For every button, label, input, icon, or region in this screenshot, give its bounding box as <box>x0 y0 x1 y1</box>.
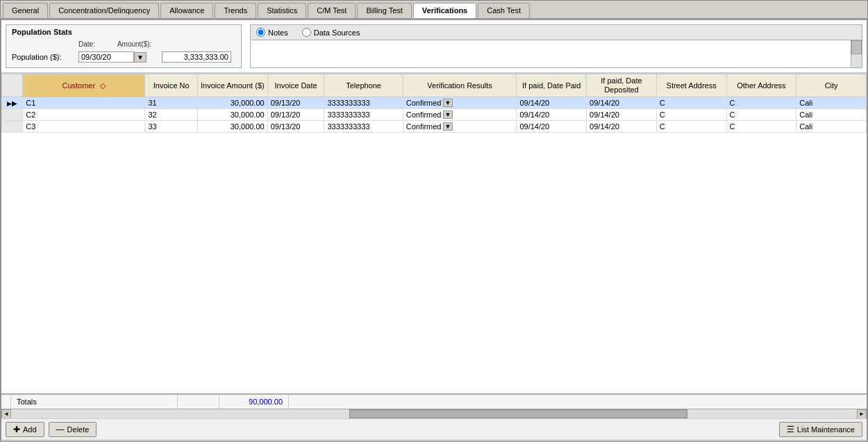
city-cell: Cali <box>796 109 867 121</box>
population-label: Population ($): <box>12 53 74 61</box>
telephone-cell: 3333333333 <box>324 121 403 133</box>
city-header[interactable]: City <box>796 74 867 97</box>
other_address-cell: C <box>726 97 796 109</box>
row-indicator-header <box>2 74 23 97</box>
verification-dropdown-button[interactable]: ▼ <box>443 122 453 131</box>
amount-label: Amount($): <box>117 40 151 48</box>
invoice-no-header[interactable]: Invoice No <box>145 74 198 97</box>
if_paid_date_deposited-cell: 09/14/20 <box>587 121 657 133</box>
verification-results-cell: Confirmed▼ <box>403 109 517 121</box>
tab-general[interactable]: General <box>3 3 48 18</box>
list-maintenance-button[interactable]: ☰ List Maintenance <box>779 422 862 437</box>
customer-header[interactable]: Customer ◇ <box>23 74 145 97</box>
date-col-header: Date: <box>78 40 95 49</box>
other_address-cell: C <box>726 121 796 133</box>
data-sources-radio[interactable] <box>302 28 311 37</box>
list-maintenance-icon: ☰ <box>787 425 794 434</box>
population-stats-title: Population Stats <box>12 28 235 36</box>
street_address-cell: C <box>656 109 726 121</box>
verification-results-cell: Confirmed▼ <box>403 97 517 109</box>
totals-value: 90,000.00 <box>219 395 289 409</box>
totals-row: Totals 90,000.00 <box>1 393 867 409</box>
if_paid_date_deposited-cell: 09/14/20 <box>587 97 657 109</box>
add-icon: ✚ <box>13 425 20 434</box>
top-section: Population Stats Date: Amount($): Popula… <box>1 20 867 73</box>
invoice_date-cell: 09/13/20 <box>267 121 324 133</box>
delete-button[interactable]: — Delete <box>49 422 97 437</box>
invoice-amount-header[interactable]: Invoice Amount ($) <box>197 74 267 97</box>
if_paid_date_paid-cell: 09/14/20 <box>517 121 587 133</box>
city-cell: Cali <box>796 97 867 109</box>
tab-statistics[interactable]: Statistics <box>258 3 306 18</box>
table-wrapper[interactable]: Customer ◇ Invoice No Invoice Amount ($)… <box>1 74 867 393</box>
other_address-cell: C <box>726 109 796 121</box>
table-row[interactable]: C33330,000.0009/13/203333333333Confirmed… <box>2 121 867 133</box>
delete-label: Delete <box>67 425 90 434</box>
street-address-header[interactable]: Street Address <box>656 74 726 97</box>
main-content: Population Stats Date: Amount($): Popula… <box>1 19 867 441</box>
tab-cash-test[interactable]: Cash Test <box>478 3 530 18</box>
if_paid_date_deposited-cell: 09/14/20 <box>587 109 657 121</box>
notes-textarea[interactable] <box>251 40 851 67</box>
invoice_date-cell: 09/13/20 <box>267 97 324 109</box>
tab-concentration[interactable]: Concentration/Delinquency <box>49 3 159 18</box>
tab-allowance[interactable]: Allowance <box>160 3 213 18</box>
notes-scrollbar[interactable] <box>851 40 862 67</box>
invoice_amount-cell: 30,000.00 <box>197 121 267 133</box>
if_paid_date_paid-cell: 09/14/20 <box>517 109 587 121</box>
if-paid-date-paid-header[interactable]: If paid, Date Paid <box>517 74 587 97</box>
amount-col-header: Amount($): <box>117 40 151 49</box>
totals-label: Totals <box>11 395 178 409</box>
scroll-left-button[interactable]: ◄ <box>1 409 11 419</box>
notes-label: Notes <box>268 28 288 37</box>
table-body: ▶C13130,000.0009/13/203333333333Confirme… <box>2 97 867 133</box>
scroll-track[interactable] <box>11 409 857 418</box>
date-picker-button[interactable]: ▼ <box>134 52 147 63</box>
telephone-header[interactable]: Telephone <box>324 74 403 97</box>
list-maintenance-label: List Maintenance <box>797 425 855 434</box>
footer-bar: ✚ Add — Delete ☰ List Maintenance <box>1 418 867 440</box>
invoice_no-cell: 33 <box>145 121 198 133</box>
if_paid_date_paid-cell: 09/14/20 <box>517 97 587 109</box>
scroll-right-button[interactable]: ► <box>857 409 867 419</box>
street_address-cell: C <box>656 121 726 133</box>
verification-results-cell: Confirmed▼ <box>403 121 517 133</box>
customer-cell: C1 <box>23 97 145 109</box>
invoice-date-header[interactable]: Invoice Date <box>267 74 324 97</box>
amount-input[interactable] <box>162 51 231 63</box>
invoice_amount-cell: 30,000.00 <box>197 97 267 109</box>
invoice_date-cell: 09/13/20 <box>267 109 324 121</box>
table-row[interactable]: ▶C13130,000.0009/13/203333333333Confirme… <box>2 97 867 109</box>
data-sources-label: Data Sources <box>314 28 360 37</box>
row-indicator-cell <box>2 109 23 121</box>
table-row[interactable]: C23230,000.0009/13/203333333333Confirmed… <box>2 109 867 121</box>
invoice_amount-cell: 30,000.00 <box>197 109 267 121</box>
telephone-cell: 3333333333 <box>324 97 403 109</box>
verification-dropdown-button[interactable]: ▼ <box>443 110 453 119</box>
invoice_no-cell: 31 <box>145 97 198 109</box>
notes-radio-bar: Notes Data Sources <box>251 25 862 40</box>
tab-billing-test[interactable]: Billing Test <box>357 3 411 18</box>
tab-trends[interactable]: Trends <box>215 3 256 18</box>
verification-results-header[interactable]: Verification Results <box>403 74 517 97</box>
street_address-cell: C <box>656 97 726 109</box>
horizontal-scrollbar[interactable]: ◄ ► <box>1 409 867 418</box>
tab-cm-test[interactable]: C/M Test <box>308 3 356 18</box>
add-label: Add <box>23 425 37 434</box>
data-sources-radio-item[interactable]: Data Sources <box>302 28 360 37</box>
row-indicator-cell: ▶ <box>2 97 23 109</box>
notes-radio[interactable] <box>256 28 265 37</box>
date-label: Date: <box>78 40 95 48</box>
row-indicator-cell <box>2 121 23 133</box>
customer-cell: C3 <box>23 121 145 133</box>
scroll-thumb[interactable] <box>349 409 687 418</box>
notes-radio-item[interactable]: Notes <box>256 28 288 37</box>
if-paid-date-deposited-header[interactable]: If paid, Date Deposited <box>587 74 657 97</box>
tab-verifications[interactable]: Verifications <box>413 3 476 18</box>
table-section: Customer ◇ Invoice No Invoice Amount ($)… <box>1 73 867 418</box>
verification-dropdown-button[interactable]: ▼ <box>443 99 453 107</box>
other-address-header[interactable]: Other Address <box>726 74 796 97</box>
date-input[interactable] <box>78 51 134 63</box>
notes-scrollbar-thumb <box>851 40 862 54</box>
add-button[interactable]: ✚ Add <box>6 422 44 437</box>
